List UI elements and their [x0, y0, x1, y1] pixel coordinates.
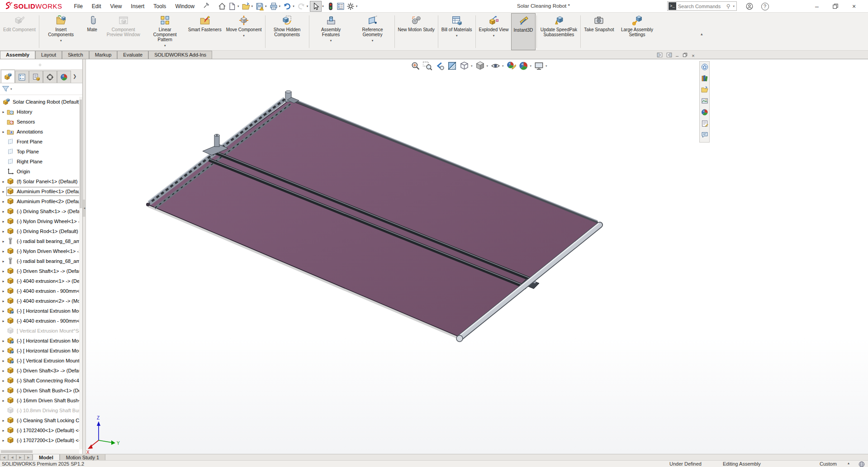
options-dropdown-icon[interactable]: ▾ [356, 5, 360, 8]
appearances-scenes-decals-tab[interactable] [701, 109, 708, 118]
account-button[interactable] [745, 2, 754, 11]
dropdown-caret-icon[interactable]: ▾ [372, 38, 374, 43]
search-input[interactable] [678, 4, 726, 9]
help-button[interactable]: ? [760, 2, 770, 11]
undo-button[interactable] [282, 1, 292, 12]
edit-appearance-button[interactable] [505, 60, 517, 71]
undo-dropdown-icon[interactable]: ▾ [292, 5, 296, 8]
redo-button[interactable] [296, 1, 306, 12]
expand-pane-icon[interactable] [666, 52, 672, 60]
panel-tab-configurationmanager[interactable] [29, 71, 43, 83]
display-style-button[interactable] [474, 60, 486, 71]
tree-item-vertical-extrusion-mount[interactable]: [ Vertical Extrusion Mount^Sol [0, 326, 79, 336]
component-preview-window-button[interactable]: Component Preview Window [103, 13, 144, 50]
solidworks-resources-tab[interactable] [701, 63, 708, 72]
tree-item-4040-extrusion-900mm[interactable]: ▸(-) 4040 extrusion - 900mm<2> [0, 286, 79, 296]
menu-view[interactable]: View [106, 1, 127, 11]
show-hidden-components-button[interactable]: Show Hidden Components [266, 13, 308, 50]
tree-item-horizontal-extrusion[interactable]: ▸(-) [ Horizontal Extrusion Mou [0, 346, 79, 356]
tree-item-10-8mm-driving-shaft-b[interactable]: (-) 10.8mm Driving Shaft Bush [0, 405, 79, 415]
tree-item-4040-extrusion-900mm[interactable]: ▸(-) 4040 extrusion - 900mm<3 [0, 316, 79, 326]
hide-show-items-dropdown-icon[interactable]: ▾ [502, 64, 505, 68]
zoom-to-area-button[interactable] [422, 60, 434, 71]
file-explorer-tab[interactable] [701, 86, 708, 95]
solar-cleaning-robot-model[interactable]: Z X Y [86, 59, 868, 454]
new-document-dropdown-icon[interactable]: ▾ [237, 5, 241, 8]
open-dropdown-icon[interactable]: ▾ [251, 5, 255, 8]
expand-arrow-icon[interactable]: ▸ [0, 349, 7, 353]
panel-collapse-handle[interactable]: ◂ [83, 200, 86, 217]
large-assembly-settings-button[interactable]: Large Assembly Settings [617, 13, 658, 50]
expand-arrow-icon[interactable]: ▸ [0, 429, 7, 433]
save-dropdown-icon[interactable]: ▾ [265, 5, 269, 8]
solidworks-forum-tab[interactable] [701, 131, 708, 140]
tree-horizontal-scrollbar[interactable] [0, 449, 79, 454]
minimize-button[interactable]: – [812, 2, 822, 11]
restore-button[interactable] [830, 2, 840, 11]
view-orientation-dropdown-icon[interactable]: ▾ [470, 64, 474, 68]
expand-arrow-icon[interactable]: ▸ [0, 200, 7, 204]
expand-arrow-icon[interactable]: ▸ [0, 299, 7, 303]
zoom-to-fit-button[interactable] [409, 60, 422, 71]
redo-dropdown-icon[interactable]: ▾ [306, 5, 310, 8]
configuration-selector[interactable]: Custom [820, 461, 837, 467]
bill-of-materials-button[interactable]: Bill of Materials▾ [439, 13, 474, 50]
tree-item-17022400-1-default[interactable]: ▸(-) 17022400<1> (Default) <<D [0, 425, 79, 435]
tree-item-17027200-1-default[interactable]: ▸(-) 17027200<1> (Default) <<D [0, 435, 79, 445]
panel-tab-propertymanager[interactable] [15, 71, 29, 83]
tree-item-top-plane[interactable]: Top Plane [0, 147, 79, 157]
edit-component-button[interactable]: Edit Component [1, 13, 38, 50]
expand-arrow-icon[interactable]: ▸ [0, 369, 7, 373]
move-component-button[interactable]: Move Component▾ [224, 13, 264, 50]
tree-item-driving-rod-1-defaul[interactable]: ▸(-) Driving Rod<1> (Default) < [0, 226, 79, 236]
tree-item-radial-ball-bearing-68[interactable]: ▸(-) radial ball bearing_68_am<4 [0, 256, 79, 266]
filter-dropdown-icon[interactable]: ▾ [10, 87, 12, 91]
nav-first-button[interactable]: ◀ [0, 454, 8, 460]
tab-evaluate[interactable]: Evaluate [117, 51, 148, 59]
dropdown-caret-icon[interactable]: ▾ [493, 33, 495, 38]
nav-next-button[interactable]: ▶ [16, 454, 24, 460]
expand-arrow-icon[interactable]: ▸ [0, 269, 7, 273]
tab-solidworks-add-ins[interactable]: SOLIDWORKS Add-Ins [148, 51, 212, 59]
menu-window[interactable]: Window [171, 1, 199, 11]
design-library-tab[interactable] [701, 75, 708, 84]
dropdown-caret-icon[interactable]: ▾ [456, 33, 458, 38]
tree-vertical-scrollbar[interactable] [79, 97, 82, 449]
expand-arrow-icon[interactable]: ▸ [0, 239, 7, 243]
dropdown-caret-icon[interactable]: ▾ [164, 43, 166, 48]
tab-markup[interactable]: Markup [89, 51, 118, 59]
update-speedpak-subassemblies-button[interactable]: Update SpeedPak Subassemblies [538, 13, 579, 50]
expand-arrow-icon[interactable]: ▸ [0, 389, 7, 393]
expand-arrow-icon[interactable]: ▸ [0, 190, 7, 194]
insert-components-button[interactable]: Insert Components▾ [40, 13, 82, 50]
section-view-button[interactable] [446, 60, 458, 71]
view-settings-dropdown-icon[interactable]: ▾ [545, 64, 549, 68]
expand-arrow-icon[interactable]: ▸ [0, 339, 7, 343]
corner-bracket[interactable] [285, 91, 299, 103]
open-button[interactable] [241, 1, 251, 12]
custom-properties-tab[interactable] [701, 120, 708, 129]
panel-splitter[interactable] [83, 59, 86, 454]
collapse-ribbon-icon[interactable]: ▴ [701, 32, 703, 36]
panel-tab-dimxpertmanager[interactable] [43, 71, 57, 83]
expand-arrow-icon[interactable]: ▸ [0, 210, 7, 214]
tree-item-right-plane[interactable]: Right Plane [0, 157, 79, 167]
take-snapshot-button[interactable]: Take Snapshot [582, 13, 616, 50]
filter-funnel-icon[interactable] [2, 85, 9, 93]
tree-item-vertical-extrusion-m[interactable]: ▸(-) [ Vertical Extrusion Mount^ [0, 356, 79, 366]
tab-layout[interactable]: Layout [35, 51, 62, 59]
expand-arrow-icon[interactable]: ▸ [0, 438, 7, 443]
close-document-icon[interactable]: × [692, 53, 694, 59]
tab-model[interactable]: Model [33, 454, 60, 460]
options-list-button[interactable] [336, 1, 346, 12]
tree-item-driven-shaft-3-de[interactable]: ▸(-) Driven Shaft<3> -> (Default [0, 366, 79, 376]
select-button[interactable] [310, 1, 322, 12]
expand-arrow-icon[interactable]: ▸ [0, 130, 7, 134]
apply-scene-button[interactable] [517, 60, 530, 71]
expand-arrow-icon[interactable]: ▸ [0, 279, 7, 283]
expand-arrow-icon[interactable]: ▸ [0, 289, 7, 293]
close-button[interactable]: × [849, 2, 859, 11]
tree-item-annotations[interactable]: ▸Annotations [0, 127, 79, 137]
mate-button[interactable]: Mate [82, 13, 103, 50]
assembly-features-button[interactable]: Assembly Features▾ [310, 13, 352, 50]
